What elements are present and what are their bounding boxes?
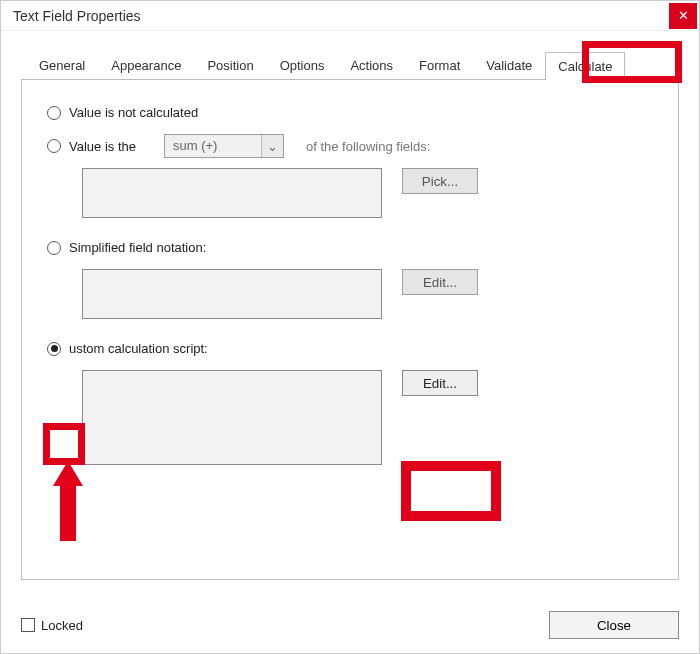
label-custom-script: ustom calculation script: — [69, 341, 208, 356]
window-close-button[interactable]: ✕ — [669, 3, 697, 29]
pick-button[interactable]: Pick... — [402, 168, 478, 194]
label-simplified: Simplified field notation: — [69, 240, 206, 255]
label-not-calculated: Value is not calculated — [69, 105, 198, 120]
option-custom-script[interactable]: ustom calculation script: — [47, 341, 653, 356]
dialog-footer: Locked Close — [21, 611, 679, 639]
tab-strip: General Appearance Position Options Acti… — [21, 51, 679, 80]
simplified-row: Edit... — [82, 269, 653, 319]
simplified-textarea[interactable] — [82, 269, 382, 319]
tab-validate[interactable]: Validate — [473, 51, 545, 79]
custom-script-edit-button[interactable]: Edit... — [402, 370, 478, 396]
window-title: Text Field Properties — [13, 8, 669, 24]
close-button[interactable]: Close — [549, 611, 679, 639]
label-of-fields: of the following fields: — [306, 139, 430, 154]
operation-combo-value: sum (+) — [165, 135, 261, 157]
tab-appearance[interactable]: Appearance — [98, 51, 194, 79]
custom-script-row: Edit... — [82, 370, 653, 465]
option-value-is-the[interactable]: Value is the sum (+) ⌄ of the following … — [47, 134, 653, 158]
radio-simplified[interactable] — [47, 241, 61, 255]
locked-checkbox[interactable] — [21, 618, 35, 632]
radio-custom-script[interactable] — [47, 342, 61, 356]
fields-list-textarea[interactable] — [82, 168, 382, 218]
radio-value-is-the[interactable] — [47, 139, 61, 153]
title-bar: Text Field Properties ✕ — [1, 1, 699, 31]
fields-picker-row: Pick... — [82, 168, 653, 218]
simplified-edit-button[interactable]: Edit... — [402, 269, 478, 295]
tab-general[interactable]: General — [26, 51, 98, 79]
label-value-is-the: Value is the — [69, 139, 136, 154]
tab-options[interactable]: Options — [267, 51, 338, 79]
close-icon: ✕ — [678, 8, 689, 23]
option-simplified[interactable]: Simplified field notation: — [47, 240, 653, 255]
dialog-body: General Appearance Position Options Acti… — [1, 31, 699, 590]
radio-not-calculated[interactable] — [47, 106, 61, 120]
tab-panel-calculate: Value is not calculated Value is the sum… — [21, 80, 679, 580]
option-not-calculated[interactable]: Value is not calculated — [47, 105, 653, 120]
tab-actions[interactable]: Actions — [337, 51, 406, 79]
custom-script-textarea[interactable] — [82, 370, 382, 465]
operation-combo[interactable]: sum (+) ⌄ — [164, 134, 284, 158]
locked-label: Locked — [41, 618, 83, 633]
chevron-down-icon: ⌄ — [261, 135, 283, 157]
tab-calculate[interactable]: Calculate — [545, 52, 625, 80]
tab-format[interactable]: Format — [406, 51, 473, 79]
tab-position[interactable]: Position — [194, 51, 266, 79]
